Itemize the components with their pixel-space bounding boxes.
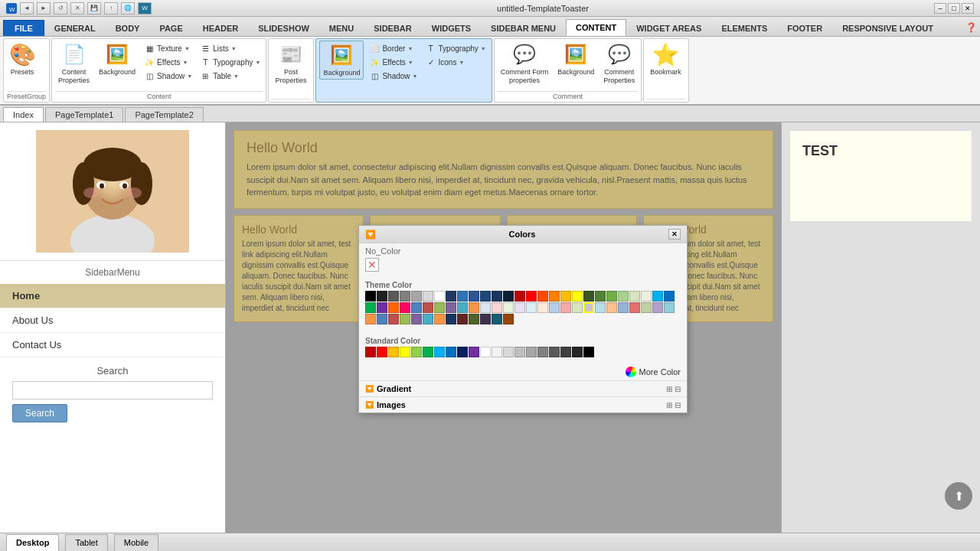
theme-color-swatch[interactable] (549, 302, 560, 313)
theme-color-swatch[interactable] (492, 291, 502, 302)
help-btn[interactable]: ❓ (962, 19, 980, 36)
theme-color-swatch[interactable] (606, 291, 617, 302)
theme-color-swatch[interactable] (388, 291, 399, 302)
theme-color-swatch[interactable] (618, 291, 629, 302)
tab-index[interactable]: Index (3, 107, 44, 122)
theme-color-swatch[interactable] (572, 291, 583, 302)
theme-color-swatch[interactable] (377, 314, 387, 324)
nav-about[interactable]: About Us (0, 308, 225, 333)
tab-header[interactable]: HEADER (193, 20, 248, 36)
standard-color-swatch[interactable] (549, 347, 560, 357)
standard-color-swatch[interactable] (514, 347, 525, 357)
maximize-btn[interactable]: □ (948, 3, 960, 14)
standard-color-swatch[interactable] (480, 347, 491, 357)
theme-color-swatch[interactable] (664, 302, 675, 313)
theme-color-swatch[interactable] (423, 302, 433, 313)
comment-form-btn[interactable]: 💬 Comment Formproperties (498, 41, 552, 86)
standard-color-swatch[interactable] (469, 347, 479, 357)
tab-responsive[interactable]: RESPONSIVE LAYOUT (832, 20, 943, 36)
forward-btn[interactable]: ► (37, 2, 51, 15)
tab-slideshow[interactable]: SLIDESHOW (248, 20, 319, 36)
scroll-top-btn[interactable]: ⬆ (945, 482, 972, 510)
tab-general[interactable]: GENERAL (44, 20, 106, 36)
theme-color-swatch[interactable] (423, 291, 433, 302)
theme-color-swatch[interactable] (560, 302, 571, 313)
theme-color-swatch[interactable] (583, 291, 594, 302)
bookmark-btn[interactable]: ⭐ Bookmark (647, 41, 684, 78)
tab-tablet[interactable]: Tablet (65, 534, 107, 551)
theme-color-swatch[interactable] (572, 302, 583, 313)
standard-color-swatch[interactable] (434, 347, 445, 357)
back-btn[interactable]: ◄ (20, 2, 34, 15)
effects2-btn[interactable]: ✨ Effects ▼ (367, 56, 420, 68)
presets-btn[interactable]: 🎨 Presets (7, 41, 38, 78)
theme-color-swatch[interactable] (514, 302, 525, 313)
lists-btn[interactable]: ☰ Lists ▼ (198, 42, 263, 54)
browser-btn[interactable]: 🌐 (121, 2, 135, 15)
standard-color-swatch[interactable] (492, 347, 502, 357)
shadow-btn[interactable]: ◫ Shadow ▼ (142, 70, 194, 82)
theme-color-swatch[interactable] (446, 291, 456, 302)
theme-color-swatch[interactable] (411, 291, 422, 302)
theme-color-swatch[interactable] (492, 314, 502, 324)
theme-color-swatch[interactable] (365, 291, 376, 302)
standard-color-swatch[interactable] (457, 347, 468, 357)
theme-color-swatch[interactable] (583, 302, 594, 313)
tab-body[interactable]: BODY (106, 20, 150, 36)
color-picker-close-btn[interactable]: ✕ (668, 229, 681, 240)
comment-props-btn[interactable]: 💬 CommentProperties (600, 41, 638, 86)
tab-menu[interactable]: MENU (319, 20, 364, 36)
nav-home[interactable]: Home (0, 284, 225, 308)
theme-color-swatch[interactable] (446, 314, 456, 324)
theme-color-swatch[interactable] (641, 291, 652, 302)
theme-color-swatch[interactable] (503, 302, 514, 313)
nav-contact[interactable]: Contact Us (0, 333, 225, 357)
standard-color-swatch[interactable] (537, 347, 548, 357)
close-btn[interactable]: ✕ (962, 3, 974, 14)
search-button[interactable]: Search (12, 404, 67, 422)
icons-btn[interactable]: ✓ Icons ▼ (423, 56, 488, 68)
theme-color-swatch[interactable] (492, 302, 502, 313)
standard-color-swatch[interactable] (400, 347, 410, 357)
standard-color-swatch[interactable] (526, 347, 537, 357)
standard-color-swatch[interactable] (365, 347, 376, 357)
theme-color-swatch[interactable] (400, 302, 410, 313)
minimize-btn[interactable]: – (934, 3, 946, 14)
theme-color-swatch[interactable] (503, 291, 514, 302)
theme-color-swatch[interactable] (595, 302, 606, 313)
theme-color-swatch[interactable] (652, 291, 663, 302)
gradient-expand-btn[interactable]: ⊞ (666, 385, 672, 393)
standard-color-swatch[interactable] (377, 347, 387, 357)
theme-color-swatch[interactable] (365, 314, 376, 324)
theme-color-swatch[interactable] (365, 302, 376, 313)
theme-color-swatch[interactable] (457, 314, 468, 324)
tab-page[interactable]: PAGE (149, 20, 192, 36)
theme-color-swatch[interactable] (526, 291, 537, 302)
effects-btn[interactable]: ✨ Effects ▼ (142, 56, 194, 68)
tab-page-template2[interactable]: PageTemplate2 (125, 107, 203, 122)
theme-color-swatch[interactable] (400, 291, 410, 302)
theme-color-swatch[interactable] (411, 314, 422, 324)
content-properties-btn[interactable]: 📄 ContentProperties (55, 41, 93, 86)
theme-color-swatch[interactable] (514, 291, 525, 302)
theme-color-swatch[interactable] (388, 302, 399, 313)
images-settings-btn[interactable]: ⊟ (675, 401, 681, 409)
standard-color-swatch[interactable] (572, 347, 583, 357)
background-active-btn[interactable]: 🖼️ Background (319, 41, 364, 80)
tab-content[interactable]: CONTENT (566, 19, 626, 36)
tab-desktop[interactable]: Desktop (6, 534, 59, 551)
theme-color-swatch[interactable] (537, 302, 548, 313)
theme-color-swatch[interactable] (618, 302, 629, 313)
tab-footer[interactable]: FOOTER (777, 20, 832, 36)
tab-sidebar-menu[interactable]: SIDEBAR MENU (481, 20, 566, 36)
no-color-swatch[interactable]: ✕ (365, 258, 379, 272)
theme-color-swatch[interactable] (595, 291, 606, 302)
tab-sidebar[interactable]: SIDEBAR (364, 20, 422, 36)
tab-mobile[interactable]: Mobile (114, 534, 158, 551)
theme-color-swatch[interactable] (377, 302, 387, 313)
theme-color-swatch[interactable] (434, 291, 445, 302)
shadow2-btn[interactable]: ◫ Shadow ▼ (367, 70, 420, 82)
typography-btn[interactable]: T Typography ▼ (198, 56, 263, 68)
standard-color-swatch[interactable] (583, 347, 594, 357)
theme-color-swatch[interactable] (446, 302, 456, 313)
